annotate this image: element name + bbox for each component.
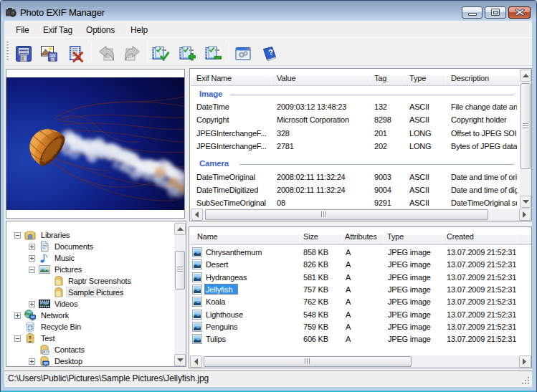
svg-text:?: ? — [268, 47, 275, 57]
